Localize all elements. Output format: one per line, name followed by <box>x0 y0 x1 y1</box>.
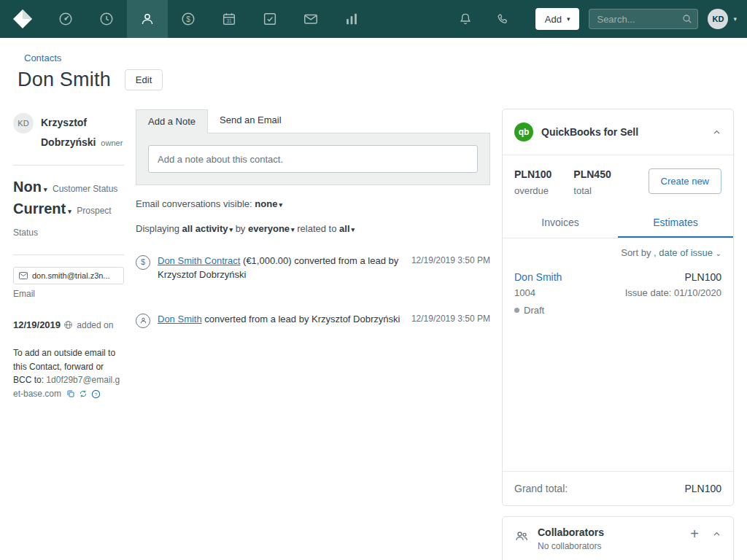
quickbooks-panel: qb QuickBooks for Sell PLN100 overdue PL… <box>502 109 734 506</box>
nav-tasks[interactable] <box>249 0 290 38</box>
copy-icon[interactable] <box>66 389 75 399</box>
search-icon <box>681 13 693 28</box>
estimate-list-item: Don Smith PLN100 1004 Issue date: 01/10/… <box>503 261 733 326</box>
prospect-status-value: Current <box>13 201 66 217</box>
tab-send-email[interactable]: Send an Email <box>208 109 293 133</box>
edit-button[interactable]: Edit <box>125 69 163 90</box>
user-menu-caret-icon[interactable]: ▾ <box>733 16 737 23</box>
related-to-dropdown[interactable]: all▾ <box>339 223 355 234</box>
sort-by-label: Sort by , <box>621 247 656 258</box>
email-visibility-dropdown[interactable]: none▾ <box>255 198 282 209</box>
refresh-icon[interactable] <box>79 389 88 399</box>
overdue-label: overdue <box>514 185 551 196</box>
breadcrumb-contacts[interactable]: Contacts <box>24 52 61 63</box>
caret-down-icon: ▾ <box>68 208 71 215</box>
related-to-label: related to <box>297 223 336 234</box>
global-search <box>589 9 698 29</box>
activity-contact-link[interactable]: Don Smith <box>158 314 202 324</box>
svg-text:$: $ <box>186 15 190 23</box>
added-on-block: 12/19/2019 added on <box>13 319 124 330</box>
nav-leads[interactable] <box>86 0 127 38</box>
tab-invoices[interactable]: Invoices <box>503 208 618 238</box>
added-on-label: added on <box>77 320 113 330</box>
tab-estimates[interactable]: Estimates <box>618 208 733 238</box>
customer-status-dropdown[interactable]: Non▾ Customer Status <box>13 177 124 199</box>
calendar-icon: 31 <box>221 11 237 27</box>
nav-deals[interactable]: $ <box>168 0 209 38</box>
bell-icon <box>458 12 473 26</box>
collapse-chevron-up-icon[interactable] <box>712 128 721 137</box>
grand-total-label: Grand total: <box>514 483 568 494</box>
activity-type-dropdown[interactable]: all activity▾ <box>182 223 233 234</box>
quickbooks-title: QuickBooks for Sell <box>541 126 704 138</box>
nav-calendar[interactable]: 31 <box>209 0 249 38</box>
quickbooks-header: qb QuickBooks for Sell <box>503 109 733 155</box>
activity-text: converted from a lead by Krzysztof Dobrz… <box>204 314 400 324</box>
grand-total-row: Grand total: PLN100 <box>503 471 733 505</box>
overdue-stat: PLN100 overdue <box>514 168 551 196</box>
content-columns: KD Krzysztof Dobrzyński owner Non▾ Custo… <box>0 91 747 560</box>
collaborators-title: Collaborators <box>538 526 604 538</box>
add-collaborator-plus-icon[interactable]: + <box>690 526 699 541</box>
spacer <box>503 326 733 471</box>
quickbooks-stats: PLN100 overdue PLN450 total Create new <box>503 155 733 206</box>
sort-by-dropdown[interactable]: date of issue ⌄ <box>659 247 721 258</box>
owner-role-label: owner <box>101 139 123 147</box>
caret-down-icon: ▾ <box>352 226 355 233</box>
estimate-name-link[interactable]: Don Smith <box>514 271 562 283</box>
sell-logo[interactable] <box>0 0 45 38</box>
status-dot-icon <box>514 308 519 313</box>
estimate-issue-date: Issue date: 01/10/2020 <box>625 287 721 298</box>
envelope-icon <box>19 272 28 279</box>
note-compose-panel <box>136 133 490 185</box>
top-navbar: $ 31 Add <box>0 0 747 38</box>
owner-name: Krzysztof Dobrzyński <box>41 117 96 148</box>
customer-status-label: Customer Status <box>53 184 117 194</box>
tab-add-note[interactable]: Add a Note <box>136 109 208 133</box>
related-to-value: all <box>339 223 349 234</box>
phone-icon <box>496 12 510 26</box>
contacts-icon <box>139 11 155 27</box>
total-stat: PLN450 total <box>573 168 611 196</box>
nav-contacts[interactable] <box>127 0 168 38</box>
estimate-number: 1004 <box>514 287 535 298</box>
deals-icon: $ <box>180 11 196 27</box>
sort-row: Sort by , date of issue ⌄ <box>503 238 733 261</box>
nav-phone[interactable] <box>484 0 522 38</box>
email-visibility-value: none <box>255 198 277 209</box>
help-icon[interactable]: ? <box>91 389 101 399</box>
user-avatar[interactable]: KD <box>708 9 728 29</box>
nav-notifications[interactable] <box>446 0 484 38</box>
create-new-button[interactable]: Create new <box>649 168 721 194</box>
nav-dashboard[interactable] <box>45 0 86 38</box>
estimate-status: Draft <box>514 305 721 316</box>
forward-instructions: To add an outside email to this Contact,… <box>13 346 124 400</box>
owner-block: KD Krzysztof Dobrzyński owner <box>13 113 124 153</box>
grand-total-value: PLN100 <box>684 483 721 494</box>
dashboard-icon <box>58 11 74 27</box>
prospect-status-dropdown[interactable]: Current▾ Prospect Status <box>13 199 124 243</box>
globe-icon <box>63 320 73 330</box>
quickbooks-tabs: Invoices Estimates <box>503 208 733 238</box>
note-input[interactable] <box>148 145 478 173</box>
add-button[interactable]: Add ▾ <box>535 8 580 30</box>
sell-logo-icon <box>12 9 33 29</box>
collaborators-subtitle: No collaborators <box>538 541 604 551</box>
by-user-dropdown[interactable]: everyone▾ <box>248 223 295 234</box>
total-label: total <box>573 185 611 196</box>
caret-down-icon: ▾ <box>279 201 282 209</box>
email-field-label: Email <box>13 289 124 299</box>
add-button-label: Add <box>545 14 562 25</box>
nav-communication[interactable] <box>290 0 331 38</box>
activity-deal-link[interactable]: Don Smith Contract <box>158 255 240 266</box>
integrations-column: qb QuickBooks for Sell PLN100 overdue PL… <box>502 109 734 560</box>
caret-down-icon: ▾ <box>229 226 233 233</box>
nav-reports[interactable] <box>331 0 372 38</box>
divider <box>13 165 124 166</box>
caret-down-icon: ▾ <box>291 226 295 233</box>
collapse-chevron-up-icon[interactable] <box>712 529 721 539</box>
activity-item: $ Don Smith Contract (€1,000.00) convert… <box>136 254 490 282</box>
compose-tabs: Add a Note Send an Email <box>136 109 490 133</box>
contact-sidebar: KD Krzysztof Dobrzyński owner Non▾ Custo… <box>13 109 124 400</box>
contact-email-field[interactable]: don.smith@trial.z3n... <box>13 267 124 284</box>
